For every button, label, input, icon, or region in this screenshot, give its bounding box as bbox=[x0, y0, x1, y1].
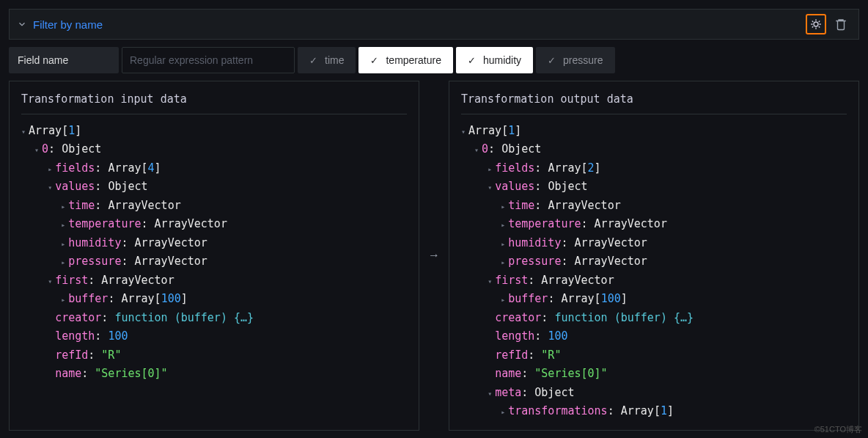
tree-node[interactable]: length: 100 bbox=[461, 327, 847, 346]
token: : bbox=[95, 199, 108, 212]
token: 4 bbox=[148, 161, 155, 175]
filter-pill-time[interactable]: ✓time bbox=[298, 47, 356, 73]
token: : bbox=[108, 292, 121, 305]
caret-none bbox=[488, 331, 495, 343]
tree-node[interactable]: creator: function (buffer) {…} bbox=[21, 309, 407, 328]
caret-down-icon[interactable]: ▾ bbox=[48, 275, 55, 288]
token: ArrayVector bbox=[155, 217, 227, 230]
token: ] bbox=[667, 404, 674, 417]
tree-node[interactable]: creator: function (buffer) {…} bbox=[461, 309, 847, 328]
tree-node[interactable]: ▸time: ArrayVector bbox=[21, 197, 407, 216]
tree-node[interactable]: ▾0: Object bbox=[461, 140, 847, 159]
token: Array bbox=[29, 124, 62, 137]
caret-right-icon[interactable]: ▸ bbox=[488, 163, 495, 175]
tree-node[interactable]: ▾Array[1] bbox=[21, 122, 407, 141]
tree-node[interactable]: ▾values: Object bbox=[21, 178, 407, 197]
tree-node[interactable]: ▾values: Object bbox=[461, 178, 847, 197]
token: : bbox=[88, 348, 101, 362]
filter-pill-humidity[interactable]: ✓humidity bbox=[456, 47, 533, 73]
tree-node[interactable]: ▸time: ArrayVector bbox=[461, 197, 847, 216]
caret-down-icon[interactable]: ▾ bbox=[488, 181, 495, 194]
tree-node[interactable]: refId: "R" bbox=[21, 346, 407, 365]
caret-right-icon[interactable]: ▸ bbox=[501, 219, 508, 231]
caret-right-icon[interactable]: ▸ bbox=[501, 238, 508, 250]
tree-node[interactable]: ▸transformations: Array[1] bbox=[461, 402, 847, 421]
tree-node[interactable]: ▸buffer: Array[100] bbox=[461, 290, 847, 309]
tree-node[interactable]: ▾meta: Object bbox=[461, 384, 847, 403]
delete-button[interactable] bbox=[831, 14, 851, 34]
caret-right-icon[interactable]: ▸ bbox=[61, 200, 68, 213]
tree-node[interactable]: ▸humidity: ArrayVector bbox=[461, 234, 847, 253]
token: ] bbox=[155, 161, 161, 175]
caret-down-icon[interactable]: ▾ bbox=[488, 275, 495, 288]
caret-down-icon[interactable]: ▾ bbox=[48, 181, 55, 194]
tree-node[interactable]: ▸pressure: ArrayVector bbox=[21, 252, 407, 271]
collapse-toggle[interactable] bbox=[17, 19, 27, 29]
caret-down-icon[interactable]: ▾ bbox=[21, 125, 29, 138]
token: 1 bbox=[508, 124, 515, 137]
token: : bbox=[95, 161, 108, 175]
caret-right-icon[interactable]: ▸ bbox=[501, 200, 508, 213]
caret-right-icon[interactable]: ▸ bbox=[61, 219, 68, 231]
tree-node[interactable]: ▸humidity: ArrayVector bbox=[21, 234, 407, 253]
token: ArrayVector bbox=[101, 274, 174, 287]
caret-down-icon[interactable]: ▾ bbox=[488, 387, 495, 400]
token: Object bbox=[534, 386, 574, 399]
caret-down-icon[interactable]: ▾ bbox=[34, 144, 42, 156]
debug-button[interactable] bbox=[806, 14, 826, 34]
token: ArrayVector bbox=[575, 236, 647, 249]
filter-pill-pressure[interactable]: ✓pressure bbox=[536, 47, 614, 73]
pill-label: temperature bbox=[386, 54, 441, 66]
token: : bbox=[528, 274, 541, 287]
transformation-row: Filter by name Field name ✓time✓temperat… bbox=[9, 9, 859, 431]
token: humidity bbox=[508, 236, 561, 249]
caret-right-icon[interactable]: ▸ bbox=[501, 293, 508, 306]
tree-node[interactable]: ▸temperature: ArrayVector bbox=[461, 215, 847, 234]
token: [ bbox=[62, 124, 68, 137]
token: first bbox=[55, 274, 88, 287]
token: pressure bbox=[68, 255, 121, 268]
token: : bbox=[95, 329, 108, 343]
tree-node[interactable]: refId: "R" bbox=[461, 346, 847, 365]
token: temperature bbox=[68, 217, 141, 230]
token: ] bbox=[515, 124, 521, 137]
tree-node[interactable]: ▾Array[1] bbox=[461, 122, 847, 141]
tree-node[interactable]: ▾first: ArrayVector bbox=[461, 271, 847, 291]
caret-down-icon[interactable]: ▾ bbox=[461, 125, 468, 138]
token: [ bbox=[155, 292, 161, 305]
caret-right-icon[interactable]: ▸ bbox=[501, 406, 508, 418]
token: Array bbox=[561, 292, 594, 305]
tree-node[interactable]: ▸pressure: ArrayVector bbox=[461, 252, 847, 271]
tree-node[interactable]: ▸fields: Array[2] bbox=[461, 159, 847, 178]
watermark: ©51CTO博客 bbox=[814, 424, 862, 435]
token: [ bbox=[501, 124, 508, 137]
token: : bbox=[521, 386, 534, 399]
caret-right-icon[interactable]: ▸ bbox=[61, 238, 68, 250]
tree-node[interactable]: ▾0: Object bbox=[21, 140, 407, 159]
tree-node[interactable]: length: 100 bbox=[21, 327, 407, 346]
caret-right-icon[interactable]: ▸ bbox=[501, 256, 508, 269]
tree-node[interactable]: name: "Series[0]" bbox=[461, 365, 847, 384]
caret-right-icon[interactable]: ▸ bbox=[48, 163, 55, 175]
check-icon: ✓ bbox=[548, 55, 556, 66]
field-row: Field name ✓time✓temperature✓humidity✓pr… bbox=[9, 40, 859, 81]
tree-node[interactable]: ▸temperature: ArrayVector bbox=[21, 215, 407, 234]
svg-point-0 bbox=[814, 22, 818, 26]
token: refId bbox=[55, 348, 88, 362]
token: : bbox=[121, 255, 134, 268]
token: 0 bbox=[42, 142, 48, 156]
output-panel-title: Transformation output data bbox=[461, 90, 847, 109]
token: Object bbox=[108, 180, 147, 193]
caret-right-icon[interactable]: ▸ bbox=[61, 293, 68, 306]
caret-down-icon[interactable]: ▾ bbox=[474, 144, 482, 156]
tree-node[interactable]: ▾first: ArrayVector bbox=[21, 271, 407, 291]
token: 0 bbox=[482, 142, 488, 156]
filter-pill-temperature[interactable]: ✓temperature bbox=[358, 47, 452, 73]
token: [ bbox=[654, 404, 661, 417]
tree-node[interactable]: ▸fields: Array[4] bbox=[21, 159, 407, 178]
tree-node[interactable]: ▸buffer: Array[100] bbox=[21, 290, 407, 309]
token: [ bbox=[595, 292, 601, 305]
tree-node[interactable]: name: "Series[0]" bbox=[21, 365, 407, 384]
caret-right-icon[interactable]: ▸ bbox=[61, 256, 68, 269]
regex-input[interactable] bbox=[122, 47, 295, 73]
